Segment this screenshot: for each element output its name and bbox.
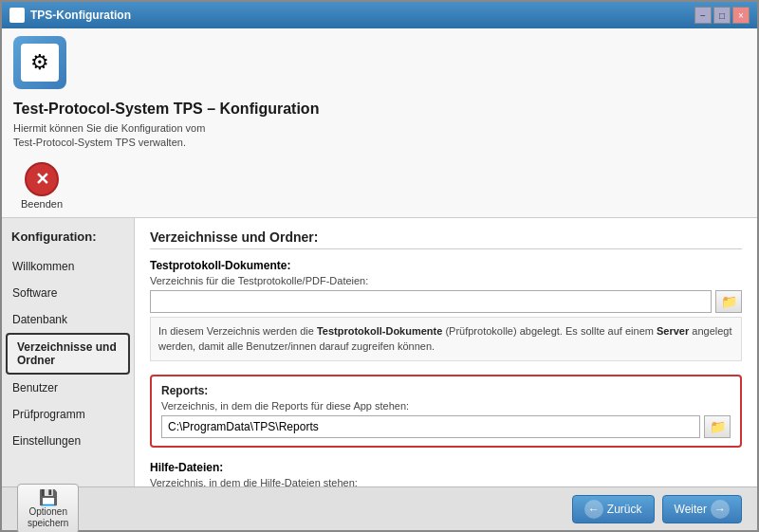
sidebar-item-verzeichnisse[interactable]: Verzeichnisse und Ordner [6, 333, 130, 375]
back-arrow-icon: ← [584, 500, 603, 519]
maximize-button[interactable]: □ [713, 7, 731, 24]
header-subtitle: Hiermit können Sie die Konfiguration vom… [13, 121, 746, 151]
reports-title: Reports: [161, 384, 731, 397]
testprotokoll-desc: Verzeichnis für die Testprotokolle/PDF-D… [150, 275, 742, 286]
sidebar-item-datenbank[interactable]: Datenbank [2, 306, 134, 333]
sidebar-item-pruefprogramm[interactable]: Prüfprogramm [2, 401, 134, 428]
hilfe-desc: Verzeichnis, in dem die Hilfe-Dateien st… [150, 477, 742, 486]
sidebar-item-willkommen[interactable]: Willkommen [2, 253, 134, 280]
reports-input-row: 📁 [161, 415, 731, 438]
header-title: Test-Protocol-System TPS – Konfiguration [13, 101, 746, 118]
sidebar-item-software[interactable]: Software [2, 280, 134, 306]
beenden-button[interactable]: ✕ Beenden [13, 162, 70, 210]
title-bar-left: ⚙ TPS-Konfiguration [9, 8, 131, 23]
testprotokoll-title: Testprotokoll-Dokumente: [150, 259, 742, 272]
bottom-bar: 💾 Optionen speichern ← Zurück Weiter → [2, 486, 757, 530]
hilfe-section: Hilfe-Dateien: Verzeichnis, in dem die H… [150, 461, 742, 486]
sidebar-item-benutzer[interactable]: Benutzer [2, 375, 134, 401]
main-window: ⚙ TPS-Konfiguration − □ × ⚙ Test-Protoco… [0, 0, 759, 532]
sidebar: Konfiguration: Willkommen Software Daten… [2, 218, 135, 486]
main-content: Verzeichnisse und Ordner: Testprotokoll-… [135, 218, 757, 486]
window-title: TPS-Konfiguration [30, 9, 131, 22]
gear-icon: ⚙ [21, 44, 59, 82]
reports-input[interactable] [161, 415, 700, 438]
close-button[interactable]: × [732, 7, 750, 24]
bottom-left: 💾 Optionen speichern [17, 484, 79, 532]
header-text: Test-Protocol-System TPS – Konfiguration… [13, 101, 746, 151]
hilfe-title: Hilfe-Dateien: [150, 461, 742, 474]
header-subtitle-line1: Hiermit können Sie die Konfiguration vom [13, 122, 205, 134]
header-subtitle-line2: Test-Protocol-System TPS verwalten. [13, 137, 186, 148]
reports-section: Reports: Verzeichnis, in dem die Reports… [150, 375, 742, 448]
minimize-button[interactable]: − [694, 7, 712, 24]
testprotokoll-browse-button[interactable]: 📁 [715, 290, 742, 313]
next-arrow-icon: → [711, 500, 730, 519]
next-button[interactable]: Weiter → [662, 495, 742, 523]
header-area: ⚙ Test-Protocol-System TPS – Konfigurati… [2, 28, 757, 218]
title-bar: ⚙ TPS-Konfiguration − □ × [2, 2, 757, 28]
reports-desc: Verzeichnis, in dem die Reports für dies… [161, 400, 731, 412]
content-wrapper: Konfiguration: Willkommen Software Daten… [2, 218, 757, 486]
close-circle-icon: ✕ [25, 162, 59, 196]
app-icon: ⚙ [9, 8, 25, 23]
reports-browse-button[interactable]: 📁 [704, 415, 731, 438]
folder-icon-reports: 📁 [710, 419, 726, 434]
next-label: Weiter [675, 503, 707, 516]
sidebar-title: Konfiguration: [2, 229, 134, 253]
testprotokoll-section: Testprotokoll-Dokumente: Verzeichnis für… [150, 259, 742, 361]
window-controls: − □ × [694, 7, 750, 24]
section-title: Verzeichnisse und Ordner: [150, 229, 742, 249]
testprotokoll-input[interactable] [150, 290, 712, 313]
back-button[interactable]: ← Zurück [572, 495, 655, 523]
save-options-button[interactable]: 💾 Optionen speichern [17, 484, 79, 532]
beenden-label: Beenden [21, 198, 63, 210]
save-label: Optionen speichern [28, 506, 68, 529]
save-icon: 💾 [39, 488, 58, 506]
bottom-right: ← Zurück Weiter → [572, 495, 742, 523]
sidebar-item-einstellungen[interactable]: Einstellungen [2, 428, 134, 454]
back-label: Zurück [607, 503, 642, 516]
testprotokoll-info: In diesem Verzeichnis werden die Testpro… [150, 317, 742, 361]
folder-icon: 📁 [721, 294, 737, 309]
testprotokoll-input-row: 📁 [150, 290, 742, 313]
header-icon: ⚙ [13, 36, 66, 89]
